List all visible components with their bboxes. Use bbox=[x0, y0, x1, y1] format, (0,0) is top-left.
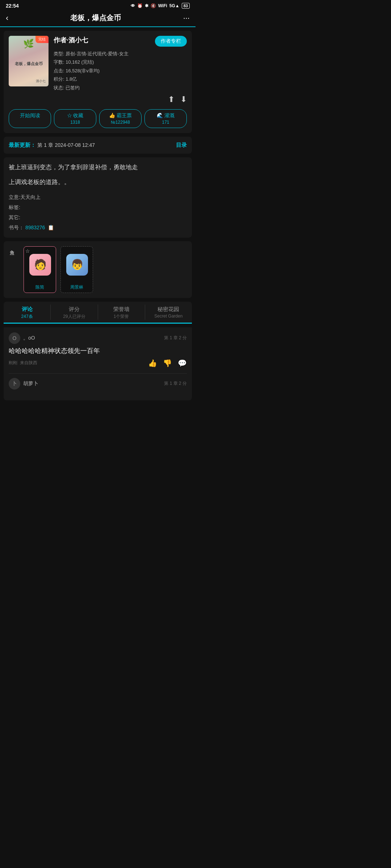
tab-honors-label: 荣誉墙 bbox=[100, 306, 143, 313]
book-id-value: 8983276 bbox=[25, 225, 45, 230]
vote-icon: 👍 霸王票 bbox=[109, 112, 132, 119]
character-cards: ☆ 🧑 陈简 👦 周景林 bbox=[24, 246, 93, 293]
reply-button-1[interactable]: 💬 bbox=[178, 359, 187, 367]
alarm-icon: ⏰ bbox=[137, 3, 143, 8]
comment-divider bbox=[9, 373, 187, 374]
book-clicks: 点击: 16,528(非v章均) bbox=[54, 67, 187, 75]
start-reading-button[interactable]: 开始阅读 bbox=[9, 109, 51, 128]
char-avatar-male: 👦 bbox=[66, 254, 88, 276]
page-title: 老板，爆点金币 bbox=[70, 13, 121, 23]
book-detail: 类型: 原创-言情-近代现代-爱情-女主 字数: 10,162 (完结) 点击:… bbox=[54, 50, 187, 92]
water-icon: 🌊 灌溉 bbox=[157, 112, 175, 119]
book-cover: 🌿 老板，爆点金币 酒小七 bbox=[9, 36, 49, 86]
top-navigation: ‹ 老板，爆点金币 ··· bbox=[0, 10, 196, 27]
char-name-female: 陈简 bbox=[24, 283, 56, 293]
update-chapter: 第 1 章 bbox=[37, 142, 53, 148]
update-date: 2024-07-08 12:47 bbox=[55, 142, 95, 148]
update-section: 最新更新： 第 1 章 2024-07-08 12:47 目录 bbox=[4, 137, 192, 154]
comment-header-2: 卜 胡萝卜 第 1 章 2 分 bbox=[9, 378, 187, 390]
time-display: 22:54 bbox=[6, 3, 19, 9]
more-options-button[interactable]: ··· bbox=[183, 13, 190, 23]
start-reading-label: 开始阅读 bbox=[20, 112, 40, 119]
tab-honors[interactable]: 荣誉墙 1个荣誉 bbox=[98, 302, 145, 323]
desc-meta: 立意:天天向上 标签: 其它: 书号： 8983276 📋 bbox=[9, 192, 187, 233]
tabs-section: 评论 247条 评分 29人已评分 荣誉墙 1个荣誉 秘密花园 Secret G… bbox=[4, 302, 192, 324]
water-count: 171 bbox=[162, 120, 169, 125]
wifi-icon: WiFi bbox=[158, 3, 167, 8]
tab-ratings-label: 评分 bbox=[52, 306, 96, 313]
author-value: 酒小七 bbox=[68, 37, 88, 44]
action-buttons: 开始阅读 ☆ 收藏 1318 👍 霸王票 №122948 🌊 灌溉 171 bbox=[9, 109, 187, 128]
book-type: 类型: 原创-言情-近代现代-爱情-女主 bbox=[54, 50, 187, 58]
char-avatar-female: 🧑 bbox=[29, 254, 51, 276]
status-bar: 22:54 👁 ⏰ ✱ 🔇 WiFi 5G▲ 83 bbox=[0, 0, 196, 10]
completed-badge: 完结 bbox=[35, 36, 49, 43]
commenter-name-1: 。oO bbox=[23, 335, 35, 341]
commenter-avatar-1: O bbox=[9, 332, 20, 344]
book-wordcount: 字数: 10,162 (完结) bbox=[54, 58, 187, 66]
tab-comments-sub: 247条 bbox=[5, 314, 49, 320]
desc-text-1: 被上班逼到变态，为了拿到辞退补偿，勇敢地走 bbox=[9, 162, 187, 173]
comment-time-1: 刚刚 来自陕西 bbox=[9, 360, 37, 366]
signal-icon: 5G▲ bbox=[169, 3, 180, 8]
book-meta: 作者·酒小七 作者专栏 类型: 原创-言情-近代现代-爱情-女主 字数: 10,… bbox=[54, 36, 187, 104]
bookmark-icon: ☆ 收藏 bbox=[67, 112, 84, 119]
cover-title: 老板，爆点金币 bbox=[12, 61, 46, 67]
tab-ratings-sub: 29人已评分 bbox=[52, 314, 96, 320]
desc-other: 其它: bbox=[9, 212, 187, 222]
desc-tags: 标签: bbox=[9, 202, 187, 212]
like-button-1[interactable]: 👍 bbox=[148, 359, 157, 367]
description-section: 被上班逼到变态，为了拿到辞退补偿，勇敢地走 上调戏老板的道路。。 立意:天天向上… bbox=[4, 157, 192, 238]
desc-bookid: 书号： 8983276 📋 bbox=[9, 222, 187, 233]
catalog-link[interactable]: 目录 bbox=[176, 142, 187, 149]
tab-comments-label: 评论 bbox=[5, 306, 49, 313]
comment-header-1: O 。oO 第 1 章 2 分 bbox=[9, 332, 187, 344]
character-card-male[interactable]: 👦 周景林 bbox=[60, 246, 93, 293]
tab-secret[interactable]: 秘密花园 Secret Garden bbox=[145, 302, 192, 323]
char-name-male: 周景林 bbox=[61, 283, 93, 293]
book-meta-header: 作者·酒小七 作者专栏 bbox=[54, 36, 187, 47]
commenter-left-2: 卜 胡萝卜 bbox=[9, 378, 38, 390]
desc-theme: 立意:天天向上 bbox=[9, 192, 187, 202]
characters-section: 主角 ☆ 🧑 陈简 👦 周景林 bbox=[4, 241, 192, 298]
cover-author: 酒小七 bbox=[12, 79, 46, 84]
book-header: 🌿 老板，爆点金币 酒小七 完结 作者·酒小七 作者专栏 类型: 原创-言情-近… bbox=[9, 36, 187, 104]
comment-section: O 。oO 第 1 章 2 分 哈哈哈哈哈精神状态领先一百年 刚刚 来自陕西 👍… bbox=[4, 327, 192, 400]
comment-item-2: 卜 胡萝卜 第 1 章 2 分 bbox=[9, 378, 187, 390]
tab-honors-sub: 1个荣誉 bbox=[100, 314, 143, 320]
comment-chapter-score-2: 第 1 章 2 分 bbox=[164, 380, 187, 387]
tabs-row: 评论 247条 评分 29人已评分 荣誉墙 1个荣誉 秘密花园 Secret G… bbox=[4, 302, 192, 324]
download-icon[interactable]: ⬇ bbox=[180, 95, 187, 104]
copy-icon[interactable]: 📋 bbox=[48, 225, 54, 230]
book-action-icons: ⬆ ⬇ bbox=[54, 95, 187, 104]
back-button[interactable]: ‹ bbox=[6, 13, 8, 23]
character-card-female[interactable]: ☆ 🧑 陈简 bbox=[24, 246, 56, 293]
water-button[interactable]: 🌊 灌溉 171 bbox=[144, 109, 187, 128]
dislike-button-1[interactable]: 👎 bbox=[163, 359, 172, 367]
tab-active-indicator bbox=[8, 323, 46, 324]
tab-secret-sub: Secret Garden bbox=[147, 314, 190, 319]
share-icon[interactable]: ⬆ bbox=[168, 95, 175, 104]
comment-text-1: 哈哈哈哈哈精神状态领先一百年 bbox=[9, 346, 187, 356]
status-icons: 👁 ⏰ ✱ 🔇 WiFi 5G▲ 83 bbox=[131, 3, 190, 9]
char-star-icon: ☆ bbox=[25, 248, 30, 254]
update-label: 最新更新： bbox=[9, 142, 36, 148]
author-label: 作者· bbox=[54, 37, 68, 44]
tab-comments[interactable]: 评论 247条 bbox=[4, 302, 50, 323]
book-score: 积分: 1.8亿 bbox=[54, 75, 187, 83]
author-column-button[interactable]: 作者专栏 bbox=[155, 36, 187, 47]
comment-chapter-score-1: 第 1 章 2 分 bbox=[164, 335, 187, 341]
commenter-avatar-2: 卜 bbox=[9, 378, 20, 390]
mute-icon: 🔇 bbox=[151, 3, 156, 8]
bookmark-button[interactable]: ☆ 收藏 1318 bbox=[54, 109, 96, 128]
update-row: 最新更新： 第 1 章 2024-07-08 12:47 目录 bbox=[9, 142, 187, 149]
vote-button[interactable]: 👍 霸王票 №122948 bbox=[99, 109, 142, 128]
tab-ratings[interactable]: 评分 29人已评分 bbox=[51, 302, 97, 323]
bluetooth-icon: ✱ bbox=[145, 3, 148, 8]
battery-display: 83 bbox=[182, 3, 190, 9]
commenter-name-2: 胡萝卜 bbox=[23, 380, 38, 387]
comment-actions-1: 👍 👎 💬 bbox=[148, 359, 187, 367]
char-image-male: 👦 bbox=[61, 247, 93, 283]
desc-text-2: 上调戏老板的道路。。 bbox=[9, 177, 187, 188]
commenter-left-1: O 。oO bbox=[9, 332, 35, 344]
